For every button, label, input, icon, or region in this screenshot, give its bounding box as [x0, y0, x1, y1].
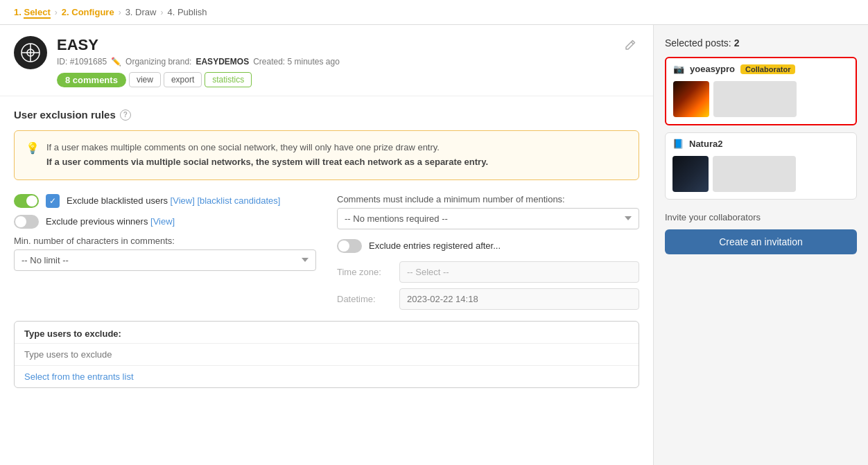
type-exclude-title: Type users to exclude:: [15, 322, 639, 343]
post-card-header-2: 📘 Natura2: [666, 133, 856, 152]
breadcrumb-arrow-2: ›: [119, 8, 121, 17]
post-thumb-placeholder-2: [713, 156, 796, 192]
created-label: Created: 5 minutes ago: [253, 57, 340, 67]
exclude-winners-toggle[interactable]: [14, 215, 39, 229]
campaign-logo: [14, 36, 47, 69]
content-area: EASY ID: #1091685 ✏️ Organizing brand: E…: [0, 25, 653, 465]
exclude-blacklisted-label: Exclude blacklisted users [View] [blackl…: [67, 195, 280, 206]
pencil-icon: [624, 39, 636, 51]
exclude-entries-label: Exclude entries registered after...: [369, 240, 501, 251]
breadcrumb-arrow-3: ›: [160, 8, 163, 17]
right-controls: Comments must include a minimum number o…: [337, 194, 639, 310]
checkmark-icon: ✓: [49, 196, 56, 206]
instagram-icon: 📷: [673, 64, 684, 74]
mentions-select[interactable]: -- No mentions required --: [337, 208, 639, 229]
invite-title: Invite your collaborators: [665, 212, 857, 222]
info-line2: If a user comments via multiple social n…: [46, 155, 488, 170]
breadcrumb-step-configure[interactable]: 2. Configure: [62, 7, 114, 17]
sidebar: Selected posts: 2 📷 yoeasypro Collaborat…: [653, 25, 868, 465]
toggle-track-entries: [337, 239, 362, 253]
campaign-id: ID: #1091685: [57, 57, 107, 67]
min-chars-label: Min. number of characters in comments:: [14, 236, 316, 246]
type-exclude-input[interactable]: [15, 343, 639, 365]
breadcrumb-arrow-1: ›: [55, 8, 58, 17]
export-button[interactable]: export: [164, 72, 202, 87]
exclude-entries-toggle[interactable]: [337, 239, 362, 253]
toggle-knob: [26, 195, 37, 207]
info-box-text: If a user makes multiple comments on one…: [46, 141, 488, 170]
datetime-input[interactable]: [399, 288, 639, 310]
post-card-yoeasypro[interactable]: 📷 yoeasypro Collaborator: [665, 57, 857, 125]
view-button[interactable]: view: [129, 72, 161, 87]
type-users-box: Type users to exclude: Select from the e…: [14, 321, 639, 388]
view-winners-link[interactable]: [View]: [150, 216, 175, 227]
post-thumb-placeholder-1: [713, 81, 797, 117]
timezone-label: Time zone:: [337, 267, 392, 277]
min-chars-block: Min. number of characters in comments: -…: [14, 236, 316, 271]
timezone-select[interactable]: -- Select --: [399, 261, 639, 283]
min-chars-select[interactable]: -- No limit --: [14, 249, 316, 271]
controls-grid: ✓ Exclude blacklisted users [View] [blac…: [14, 194, 639, 310]
toggle-track: [14, 194, 39, 208]
exclude-blacklisted-toggle[interactable]: [14, 194, 39, 208]
campaign-header: EASY ID: #1091685 ✏️ Organizing brand: E…: [0, 25, 653, 96]
post-thumb-dark: [672, 156, 709, 192]
post-card-header-1: 📷 yoeasypro Collaborator: [666, 58, 856, 77]
campaign-title-block: EASY ID: #1091685 ✏️ Organizing brand: E…: [57, 36, 340, 87]
toggle-track-off: [14, 215, 39, 229]
post-thumb-fire: [673, 81, 709, 117]
facebook-icon: 📘: [672, 139, 684, 149]
post-username-2: Natura2: [689, 139, 722, 149]
breadcrumb-step-label: 4. Publish: [167, 7, 207, 17]
info-line1: If a user makes multiple comments on one…: [46, 141, 488, 155]
blacklisted-checkbox[interactable]: ✓: [46, 194, 60, 208]
edit-campaign-button[interactable]: [621, 36, 639, 57]
toggle-knob-off: [15, 216, 26, 227]
post-card-images-1: [666, 77, 856, 124]
breadcrumb-nav: 1. Select › 2. Configure › 3. Draw › 4. …: [0, 0, 868, 25]
breadcrumb-step-draw[interactable]: 3. Draw: [125, 7, 157, 17]
breadcrumb-step-label: 2. Configure: [62, 7, 114, 17]
post-card-images-2: [666, 152, 856, 199]
exclude-winners-row: Exclude previous winners [View]: [14, 215, 316, 229]
sidebar-selected-title: Selected posts: 2: [665, 37, 857, 49]
toggle-knob-entries: [338, 240, 349, 252]
datetime-label: Datetime:: [337, 294, 392, 304]
meta-separator: ✏️: [111, 57, 121, 67]
mentions-block: Comments must include a minimum number o…: [337, 194, 639, 229]
timezone-row: Time zone: -- Select --: [337, 261, 639, 283]
campaign-meta: ID: #1091685 ✏️ Organizing brand: EASYDE…: [57, 57, 340, 67]
brand-label: Organizing brand:: [125, 57, 191, 67]
lightbulb-icon: 💡: [26, 141, 40, 155]
exclude-entries-row: Exclude entries registered after...: [337, 239, 639, 253]
breadcrumb-step-select[interactable]: 1. Select: [14, 7, 51, 17]
view-blacklist-link[interactable]: [View]: [171, 195, 195, 206]
help-icon[interactable]: ?: [120, 109, 131, 121]
post-card-natura2[interactable]: 📘 Natura2: [665, 132, 857, 200]
campaign-title: EASY: [57, 36, 340, 54]
datetime-row: Datetime:: [337, 288, 639, 310]
breadcrumb-step-label: 3. Draw: [125, 7, 157, 17]
create-invitation-button[interactable]: Create an invitation: [665, 229, 857, 254]
pills-row: 8 comments view export statistics: [57, 72, 340, 87]
invite-section: Invite your collaborators Create an invi…: [665, 212, 857, 254]
left-controls: ✓ Exclude blacklisted users [View] [blac…: [14, 194, 316, 310]
exclude-blacklisted-row: ✓ Exclude blacklisted users [View] [blac…: [14, 194, 316, 208]
post-username-1: yoeasypro: [690, 64, 735, 74]
exclude-winners-label: Exclude previous winners [View]: [46, 216, 175, 227]
section-body: User exclusion rules ? 💡 If a user makes…: [0, 96, 653, 401]
main-layout: EASY ID: #1091685 ✏️ Organizing brand: E…: [0, 25, 868, 465]
blacklist-candidates-link[interactable]: [blacklist candidates]: [197, 195, 280, 206]
breadcrumb-step-publish[interactable]: 4. Publish: [167, 7, 207, 17]
mentions-label: Comments must include a minimum number o…: [337, 194, 639, 204]
brand-name: EASYDEMOS: [196, 57, 249, 67]
statistics-button[interactable]: statistics: [205, 72, 252, 87]
breadcrumb-step-label: 1. Select: [14, 7, 51, 17]
select-from-list-link[interactable]: Select from the entrants list: [15, 365, 639, 387]
collaborator-badge: Collaborator: [740, 64, 795, 74]
info-box: 💡 If a user makes multiple comments on o…: [14, 130, 639, 180]
comments-badge: 8 comments: [57, 73, 126, 87]
campaign-header-left: EASY ID: #1091685 ✏️ Organizing brand: E…: [14, 36, 340, 87]
section-title: User exclusion rules ?: [14, 109, 639, 121]
